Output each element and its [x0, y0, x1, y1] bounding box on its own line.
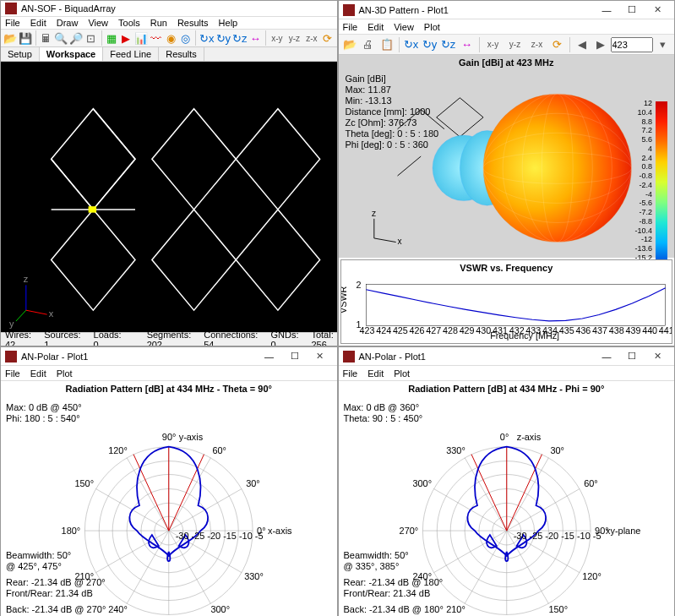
- window-title: AN-3D Pattern - Plot1: [359, 5, 595, 15]
- flip-icon[interactable]: ↔: [459, 36, 476, 53]
- close-button[interactable]: ✕: [308, 348, 333, 365]
- next-icon[interactable]: ▶: [592, 36, 609, 53]
- svg-text:431: 431: [493, 325, 508, 335]
- workspace-canvas[interactable]: z x y: [1, 62, 337, 332]
- tab-workspace[interactable]: Workspace: [40, 47, 104, 61]
- svg-text:426: 426: [409, 325, 424, 335]
- wave-icon[interactable]: 〰: [150, 30, 162, 46]
- roty-icon[interactable]: ↻y: [422, 36, 438, 53]
- axis-yz[interactable]: y-z: [286, 30, 302, 46]
- tab-feedline[interactable]: Feed Line: [103, 47, 159, 61]
- save-icon[interactable]: 💾: [19, 30, 32, 46]
- svg-line-89: [506, 455, 542, 531]
- svg-text:-30 -25 -20 -15 -10  -5: -30 -25 -20 -15 -10 -5: [513, 531, 601, 541]
- menu-view[interactable]: View: [88, 18, 108, 28]
- polar-stats-top: Max: 0 dB @ 450° Phi: 180 : 5 : 540°: [6, 402, 82, 424]
- grid-icon[interactable]: ▦: [105, 30, 117, 46]
- flip-icon[interactable]: ↔: [249, 30, 262, 46]
- polar-canvas[interactable]: Radiation Pattern [dB] at 434 MHz - Thet…: [1, 381, 337, 616]
- menu-file[interactable]: File: [5, 368, 20, 379]
- menu-run[interactable]: Run: [150, 18, 167, 28]
- menubar: File Edit View Plot: [339, 19, 675, 35]
- menu-edit[interactable]: Edit: [367, 22, 384, 32]
- maximize-button[interactable]: ☐: [619, 348, 645, 365]
- tab-results[interactable]: Results: [159, 47, 204, 61]
- app-icon: [5, 3, 17, 14]
- menu-results[interactable]: Results: [177, 18, 209, 28]
- print-icon[interactable]: 🖨: [360, 36, 377, 53]
- menu-draw[interactable]: Draw: [57, 18, 79, 28]
- axis-xy[interactable]: x-y: [483, 36, 504, 53]
- menu-help[interactable]: Help: [219, 18, 238, 28]
- dropdown-arrow-icon[interactable]: ▾: [655, 36, 672, 53]
- polar-icon[interactable]: ◎: [179, 30, 192, 46]
- app-icon: [343, 4, 355, 16]
- zoom-out-icon[interactable]: 🔎: [69, 30, 83, 46]
- svg-text:0°: 0°: [499, 432, 508, 442]
- menu-edit[interactable]: Edit: [367, 368, 384, 379]
- axis-zx[interactable]: z-x: [304, 30, 319, 46]
- svg-text:30°: 30°: [246, 478, 260, 488]
- menu-edit[interactable]: Edit: [30, 18, 46, 28]
- statusbar: Wires: 42 Sources: 1 Loads: 0 Segments: …: [1, 332, 337, 346]
- tab-setup[interactable]: Setup: [1, 47, 40, 61]
- freq-dropdown[interactable]: [611, 37, 653, 52]
- menu-plot[interactable]: Plot: [424, 22, 440, 32]
- an3d-window: AN-3D Pattern - Plot1 — ☐ ✕ File Edit Vi…: [338, 0, 676, 346]
- info-zc: Zc [Ohm]: 376.73: [346, 117, 439, 128]
- axis-yz[interactable]: y-z: [505, 36, 525, 53]
- svg-line-6: [16, 310, 26, 321]
- svg-text:xy-plane: xy-plane: [606, 526, 640, 536]
- calculator-icon[interactable]: 🖩: [40, 30, 52, 46]
- menu-file[interactable]: File: [343, 368, 358, 379]
- axis-xy[interactable]: x-y: [269, 30, 285, 46]
- vswr-chart[interactable]: VSWR vs. Frequency VSWR Frequency [MHz] …: [340, 259, 673, 344]
- menu-file[interactable]: File: [5, 18, 20, 28]
- polar-canvas[interactable]: Radiation Pattern [dB] at 434 MHz - Phi …: [339, 381, 675, 616]
- colorbar: [656, 101, 667, 283]
- menu-tools[interactable]: Tools: [118, 18, 140, 28]
- pattern-3d-canvas[interactable]: Gain [dBi] at 423 MHz Gain [dBi] Max: 11…: [339, 55, 675, 258]
- maximize-button[interactable]: ☐: [619, 2, 645, 19]
- stat-rear: Rear: -21.34 dB @ 180°: [344, 577, 444, 588]
- maximize-button[interactable]: ☐: [282, 348, 308, 365]
- reset-icon[interactable]: ⟳: [549, 36, 566, 53]
- svg-text:300°: 300°: [210, 604, 230, 614]
- rotz-icon[interactable]: ↻z: [440, 36, 457, 53]
- close-button[interactable]: ✕: [645, 2, 670, 19]
- open-icon[interactable]: 📂: [3, 30, 17, 46]
- menu-edit[interactable]: Edit: [30, 368, 46, 379]
- minimize-button[interactable]: —: [257, 348, 282, 365]
- biquad-array-model: z x y: [1, 62, 337, 332]
- roty-icon[interactable]: ↻y: [216, 30, 231, 46]
- open-icon[interactable]: 📂: [341, 36, 358, 53]
- svg-line-88: [471, 455, 507, 531]
- run-icon[interactable]: ▶: [120, 30, 133, 46]
- rotz-icon[interactable]: ↻z: [232, 30, 248, 46]
- minimize-button[interactable]: —: [594, 2, 619, 19]
- menu-view[interactable]: View: [394, 22, 414, 32]
- svg-point-10: [483, 94, 631, 242]
- zoom-fit-icon[interactable]: ⊡: [84, 30, 97, 46]
- minimize-button[interactable]: —: [594, 348, 619, 365]
- menu-plot[interactable]: Plot: [57, 368, 73, 379]
- reset-icon[interactable]: ⟳: [321, 30, 334, 46]
- rotx-icon[interactable]: ↻x: [199, 30, 215, 46]
- rotx-icon[interactable]: ↻x: [403, 36, 420, 53]
- stat-frontrear: Front/Rear: 21.34 dB: [6, 588, 106, 599]
- chart-icon[interactable]: 📊: [134, 30, 148, 46]
- menubar: File Edit Draw View Tools Run Results He…: [1, 17, 337, 30]
- info-max: Max: 11.87: [346, 84, 439, 95]
- svg-text:270°: 270°: [399, 526, 418, 536]
- menu-plot[interactable]: Plot: [394, 368, 410, 379]
- prev-icon[interactable]: ◀: [574, 36, 591, 53]
- copy-icon[interactable]: 📋: [378, 36, 395, 53]
- close-button[interactable]: ✕: [645, 348, 670, 365]
- svg-text:330°: 330°: [244, 571, 264, 581]
- pattern-info: Gain [dBi] Max: 11.87 Min: -13.13 Distan…: [346, 74, 439, 150]
- zoom-icon[interactable]: 🔍: [54, 30, 68, 46]
- menu-file[interactable]: File: [343, 22, 358, 32]
- pattern-icon[interactable]: ◉: [164, 30, 177, 46]
- axis-zx[interactable]: z-x: [527, 36, 547, 53]
- svg-text:1: 1: [356, 319, 361, 330]
